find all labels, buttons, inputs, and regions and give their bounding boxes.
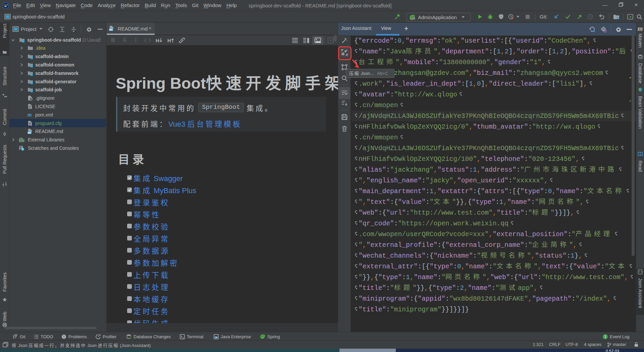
svg-text:MD: MD bbox=[109, 29, 113, 31]
svg-text:EE: EE bbox=[215, 337, 217, 338]
svg-text:MD: MD bbox=[28, 132, 31, 134]
